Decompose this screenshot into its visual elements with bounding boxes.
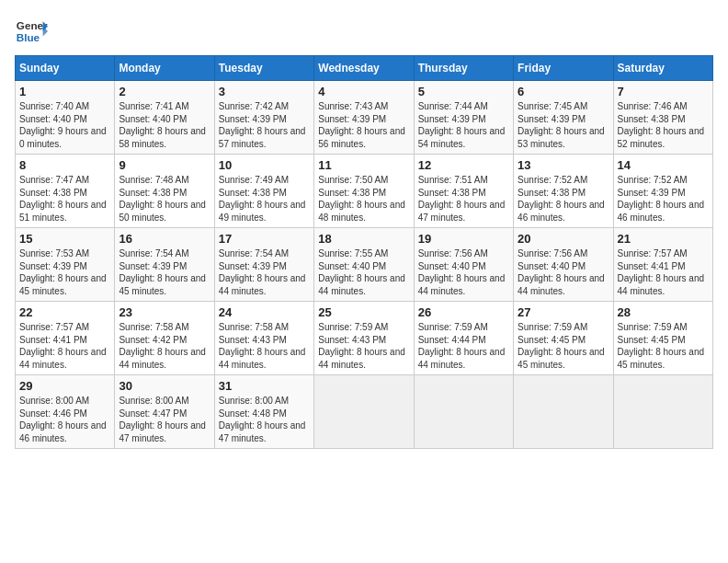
day-info: Sunrise: 7:54 AMSunset: 4:39 PMDaylight:… xyxy=(119,247,210,297)
col-header-wednesday: Wednesday xyxy=(314,56,414,81)
calendar-cell: 3Sunrise: 7:42 AMSunset: 4:39 PMDaylight… xyxy=(214,81,313,155)
svg-text:Blue: Blue xyxy=(17,31,40,43)
calendar-cell: 31Sunrise: 8:00 AMSunset: 4:48 PMDayligh… xyxy=(214,375,313,449)
calendar-cell: 24Sunrise: 7:58 AMSunset: 4:43 PMDayligh… xyxy=(214,302,313,375)
calendar-cell: 20Sunrise: 7:56 AMSunset: 4:40 PMDayligh… xyxy=(514,228,613,302)
calendar-cell: 9Sunrise: 7:48 AMSunset: 4:38 PMDaylight… xyxy=(115,155,214,228)
calendar-cell: 15Sunrise: 7:53 AMSunset: 4:39 PMDayligh… xyxy=(16,228,115,302)
day-info: Sunrise: 7:41 AMSunset: 4:40 PMDaylight:… xyxy=(119,100,210,150)
day-number: 22 xyxy=(19,305,110,319)
day-info: Sunrise: 7:56 AMSunset: 4:40 PMDaylight:… xyxy=(518,247,609,297)
calendar-cell xyxy=(314,375,414,449)
calendar-cell: 27Sunrise: 7:59 AMSunset: 4:45 PMDayligh… xyxy=(514,302,613,375)
calendar-cell: 4Sunrise: 7:43 AMSunset: 4:39 PMDaylight… xyxy=(314,81,414,155)
logo: General Blue xyxy=(15,15,48,48)
col-header-saturday: Saturday xyxy=(613,56,712,81)
day-info: Sunrise: 7:48 AMSunset: 4:38 PMDaylight:… xyxy=(119,174,210,224)
calendar-week-row: 1Sunrise: 7:40 AMSunset: 4:40 PMDaylight… xyxy=(16,81,713,155)
day-number: 3 xyxy=(219,85,310,98)
calendar-cell xyxy=(613,375,712,449)
day-number: 28 xyxy=(618,305,709,319)
day-number: 31 xyxy=(219,379,310,393)
day-number: 6 xyxy=(518,85,609,98)
page-header: General Blue xyxy=(15,15,713,48)
day-info: Sunrise: 7:40 AMSunset: 4:40 PMDaylight:… xyxy=(19,100,110,150)
day-info: Sunrise: 7:59 AMSunset: 4:45 PMDaylight:… xyxy=(618,321,709,371)
day-number: 10 xyxy=(219,158,310,172)
day-info: Sunrise: 7:57 AMSunset: 4:41 PMDaylight:… xyxy=(618,247,709,297)
day-number: 20 xyxy=(518,232,609,246)
calendar-week-row: 22Sunrise: 7:57 AMSunset: 4:41 PMDayligh… xyxy=(16,302,713,375)
calendar-cell: 7Sunrise: 7:46 AMSunset: 4:38 PMDaylight… xyxy=(613,81,712,155)
day-number: 14 xyxy=(618,158,709,172)
calendar-cell: 18Sunrise: 7:55 AMSunset: 4:40 PMDayligh… xyxy=(314,228,414,302)
day-info: Sunrise: 7:55 AMSunset: 4:40 PMDaylight:… xyxy=(318,247,409,297)
day-number: 18 xyxy=(318,232,409,246)
day-info: Sunrise: 7:47 AMSunset: 4:38 PMDaylight:… xyxy=(19,174,110,224)
day-number: 24 xyxy=(219,305,310,319)
day-number: 4 xyxy=(318,85,409,98)
calendar-cell: 26Sunrise: 7:59 AMSunset: 4:44 PMDayligh… xyxy=(414,302,513,375)
calendar-cell: 5Sunrise: 7:44 AMSunset: 4:39 PMDaylight… xyxy=(414,81,513,155)
calendar-cell: 8Sunrise: 7:47 AMSunset: 4:38 PMDaylight… xyxy=(16,155,115,228)
day-number: 2 xyxy=(119,85,210,98)
calendar-cell: 19Sunrise: 7:56 AMSunset: 4:40 PMDayligh… xyxy=(414,228,513,302)
day-info: Sunrise: 7:50 AMSunset: 4:38 PMDaylight:… xyxy=(318,174,409,224)
day-number: 5 xyxy=(418,85,509,98)
calendar-cell: 22Sunrise: 7:57 AMSunset: 4:41 PMDayligh… xyxy=(16,302,115,375)
col-header-sunday: Sunday xyxy=(16,56,115,81)
day-info: Sunrise: 7:44 AMSunset: 4:39 PMDaylight:… xyxy=(418,100,509,150)
day-info: Sunrise: 7:46 AMSunset: 4:38 PMDaylight:… xyxy=(618,100,709,150)
day-info: Sunrise: 7:59 AMSunset: 4:43 PMDaylight:… xyxy=(318,321,409,371)
day-info: Sunrise: 7:43 AMSunset: 4:39 PMDaylight:… xyxy=(318,100,409,150)
calendar-header-row: SundayMondayTuesdayWednesdayThursdayFrid… xyxy=(16,56,713,81)
calendar-cell: 16Sunrise: 7:54 AMSunset: 4:39 PMDayligh… xyxy=(115,228,214,302)
day-info: Sunrise: 7:52 AMSunset: 4:38 PMDaylight:… xyxy=(518,174,609,224)
calendar-cell: 1Sunrise: 7:40 AMSunset: 4:40 PMDaylight… xyxy=(16,81,115,155)
day-number: 11 xyxy=(318,158,409,172)
day-number: 27 xyxy=(518,305,609,319)
day-number: 13 xyxy=(518,158,609,172)
day-number: 29 xyxy=(19,379,110,393)
day-number: 8 xyxy=(19,158,110,172)
calendar-cell: 10Sunrise: 7:49 AMSunset: 4:38 PMDayligh… xyxy=(214,155,313,228)
col-header-monday: Monday xyxy=(115,56,214,81)
col-header-thursday: Thursday xyxy=(414,56,513,81)
day-info: Sunrise: 8:00 AMSunset: 4:46 PMDaylight:… xyxy=(19,395,110,444)
day-number: 15 xyxy=(19,232,110,246)
calendar-cell xyxy=(414,375,513,449)
calendar-week-row: 15Sunrise: 7:53 AMSunset: 4:39 PMDayligh… xyxy=(16,228,713,302)
calendar-cell: 29Sunrise: 8:00 AMSunset: 4:46 PMDayligh… xyxy=(16,375,115,449)
day-info: Sunrise: 7:53 AMSunset: 4:39 PMDaylight:… xyxy=(19,247,110,297)
day-info: Sunrise: 7:51 AMSunset: 4:38 PMDaylight:… xyxy=(418,174,509,224)
day-number: 23 xyxy=(119,305,210,319)
calendar-week-row: 8Sunrise: 7:47 AMSunset: 4:38 PMDaylight… xyxy=(16,155,713,228)
day-info: Sunrise: 7:59 AMSunset: 4:45 PMDaylight:… xyxy=(518,321,609,371)
day-info: Sunrise: 7:52 AMSunset: 4:39 PMDaylight:… xyxy=(618,174,709,224)
calendar-cell: 28Sunrise: 7:59 AMSunset: 4:45 PMDayligh… xyxy=(613,302,712,375)
calendar-cell: 13Sunrise: 7:52 AMSunset: 4:38 PMDayligh… xyxy=(514,155,613,228)
day-info: Sunrise: 8:00 AMSunset: 4:47 PMDaylight:… xyxy=(119,395,210,444)
day-number: 12 xyxy=(418,158,509,172)
day-number: 19 xyxy=(418,232,509,246)
calendar-cell: 11Sunrise: 7:50 AMSunset: 4:38 PMDayligh… xyxy=(314,155,414,228)
day-number: 9 xyxy=(119,158,210,172)
day-number: 26 xyxy=(418,305,509,319)
logo-icon: General Blue xyxy=(15,15,48,48)
day-info: Sunrise: 8:00 AMSunset: 4:48 PMDaylight:… xyxy=(219,395,310,444)
day-info: Sunrise: 7:56 AMSunset: 4:40 PMDaylight:… xyxy=(418,247,509,297)
day-number: 30 xyxy=(119,379,210,393)
calendar-cell: 25Sunrise: 7:59 AMSunset: 4:43 PMDayligh… xyxy=(314,302,414,375)
calendar-cell: 30Sunrise: 8:00 AMSunset: 4:47 PMDayligh… xyxy=(115,375,214,449)
calendar-week-row: 29Sunrise: 8:00 AMSunset: 4:46 PMDayligh… xyxy=(16,375,713,449)
calendar-cell: 6Sunrise: 7:45 AMSunset: 4:39 PMDaylight… xyxy=(514,81,613,155)
calendar-cell xyxy=(514,375,613,449)
day-number: 1 xyxy=(19,85,110,98)
day-number: 17 xyxy=(219,232,310,246)
calendar-cell: 12Sunrise: 7:51 AMSunset: 4:38 PMDayligh… xyxy=(414,155,513,228)
calendar-cell: 2Sunrise: 7:41 AMSunset: 4:40 PMDaylight… xyxy=(115,81,214,155)
calendar-cell: 14Sunrise: 7:52 AMSunset: 4:39 PMDayligh… xyxy=(613,155,712,228)
day-info: Sunrise: 7:45 AMSunset: 4:39 PMDaylight:… xyxy=(518,100,609,150)
day-number: 25 xyxy=(318,305,409,319)
day-info: Sunrise: 7:49 AMSunset: 4:38 PMDaylight:… xyxy=(219,174,310,224)
